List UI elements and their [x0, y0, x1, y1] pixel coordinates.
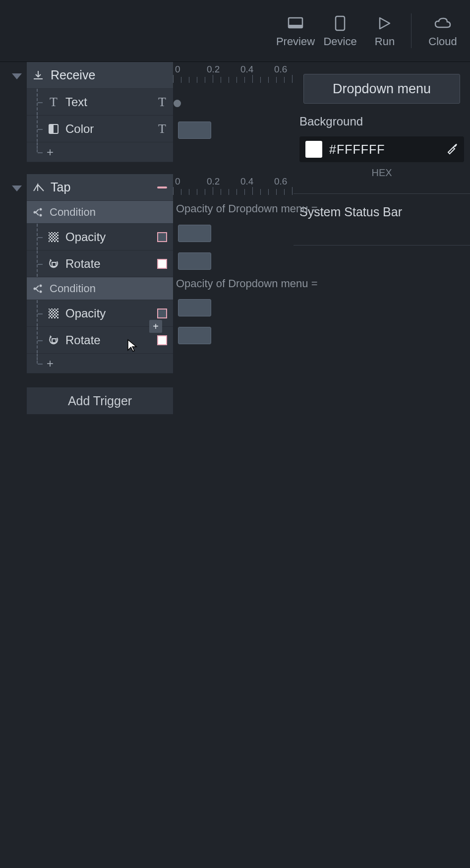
svg-point-15	[40, 290, 42, 293]
inspector-panel: Dropdown menu Background #FFFFFF HEX Sys…	[294, 62, 470, 868]
background-color-field[interactable]: #FFFFFF	[299, 136, 464, 162]
section-header-receive[interactable]: Receive	[27, 62, 173, 89]
svg-rect-16	[49, 309, 59, 318]
inspector-divider	[294, 245, 470, 246]
opacity-icon	[47, 308, 60, 319]
tick-label: 0.2	[207, 176, 220, 187]
device-button[interactable]: Device	[318, 13, 362, 48]
insert-row-button[interactable]: +	[149, 320, 162, 333]
tick-label: 0.4	[240, 64, 253, 75]
row-label: Opacity	[65, 307, 156, 320]
tick-label: 0.6	[274, 64, 287, 75]
keyframe-block[interactable]	[178, 252, 211, 270]
text-icon: T	[47, 95, 60, 110]
keyframe-tag	[156, 334, 168, 346]
section-header-tap[interactable]: Tap	[27, 174, 173, 201]
condition-text: Opacity of Dropdown menu =	[176, 202, 318, 215]
rotate-icon	[47, 258, 60, 269]
receive-icon	[33, 70, 46, 81]
svg-marker-3	[380, 18, 390, 29]
tap-tag	[157, 186, 167, 188]
svg-rect-11	[49, 232, 59, 242]
add-trigger-button[interactable]: Add Trigger	[27, 387, 173, 414]
keyframe-block[interactable]	[178, 122, 211, 139]
keyframe-dot[interactable]	[174, 100, 181, 107]
section-title: Receive	[51, 68, 95, 82]
play-icon	[379, 13, 391, 33]
timeline-ruler-receive[interactable]: 0 0.2 0.4 0.6	[173, 62, 294, 89]
svg-rect-12	[52, 262, 56, 266]
inspector-title[interactable]: Dropdown menu	[303, 74, 460, 104]
background-label: Background	[299, 115, 470, 128]
row-label: Rotate	[65, 257, 156, 271]
tick-label: 0	[175, 64, 180, 75]
svg-point-7	[40, 208, 42, 210]
rotate-icon	[47, 335, 60, 346]
plus-icon: +	[47, 145, 54, 159]
row-color[interactable]: Color T	[27, 116, 173, 142]
row-add-tap[interactable]: +	[27, 354, 173, 373]
row-rotate-2[interactable]: Rotate +	[27, 327, 173, 354]
run-button[interactable]: Run	[362, 13, 407, 48]
condition-row-1[interactable]: Condition	[27, 201, 173, 224]
keyframe-tag	[156, 258, 168, 270]
row-rotate-1[interactable]: Rotate	[27, 250, 173, 277]
svg-point-8	[40, 214, 42, 216]
run-label: Run	[375, 35, 395, 48]
svg-rect-1	[289, 25, 302, 28]
row-text[interactable]: T Text T	[27, 89, 173, 116]
preview-label: Preview	[276, 35, 315, 48]
svg-rect-5	[49, 124, 54, 133]
hex-caption: HEX	[294, 167, 470, 179]
color-icon	[47, 124, 60, 134]
keyframe-block[interactable]	[178, 225, 211, 242]
condition-icon	[33, 207, 45, 217]
tap-icon	[33, 182, 46, 193]
condition-row-2[interactable]: Condition	[27, 277, 173, 300]
row-opacity-1[interactable]: Opacity	[27, 224, 173, 250]
top-toolbar: Preview Device Run Cloud	[0, 0, 470, 62]
triggers-panel: Receive T Text T Color T +	[27, 62, 173, 868]
condition-label: Condition	[50, 282, 96, 295]
row-label: Opacity	[65, 230, 156, 244]
eyedropper-icon[interactable]	[446, 142, 458, 156]
condition-label: Condition	[50, 206, 96, 219]
color-hex-value: #FFFFFF	[329, 142, 446, 157]
system-status-bar-row[interactable]: System Status Bar	[294, 194, 470, 230]
condition-text: Opacity of Dropdown menu =	[176, 277, 318, 290]
row-label: Text	[65, 95, 156, 109]
condition-icon	[33, 284, 45, 294]
inspector-title-label: Dropdown menu	[333, 81, 431, 97]
tick-label: 0	[175, 176, 180, 187]
collapse-toggle-receive[interactable]	[12, 73, 22, 79]
color-swatch	[305, 141, 322, 158]
preview-icon	[288, 13, 303, 33]
collapse-toggle-tap[interactable]	[12, 186, 22, 191]
section-title: Tap	[51, 180, 157, 194]
row-label: Rotate	[65, 333, 156, 347]
device-icon	[335, 13, 345, 33]
add-trigger-label: Add Trigger	[68, 394, 132, 408]
keyframe-tag	[156, 231, 168, 243]
preview-button[interactable]: Preview	[273, 13, 318, 48]
cloud-button[interactable]: Cloud	[420, 13, 465, 48]
svg-rect-17	[52, 339, 56, 343]
tick-label: 0.6	[274, 176, 287, 187]
svg-point-13	[34, 287, 36, 290]
plus-icon: +	[47, 357, 54, 371]
keyframe-block[interactable]	[178, 327, 211, 344]
svg-point-6	[34, 211, 36, 213]
type-indicator-text: T	[156, 96, 168, 108]
timeline-ruler-tap[interactable]: 0 0.2 0.4 0.6	[173, 174, 294, 201]
device-label: Device	[323, 35, 356, 48]
svg-rect-2	[336, 16, 345, 30]
toolbar-divider	[411, 13, 411, 48]
timeline-panel: 0 0.2 0.4 0.6 0 0.2 0.4 0.6 Opacity of D…	[173, 62, 294, 868]
row-add-receive[interactable]: +	[27, 142, 173, 162]
row-label: Color	[65, 122, 156, 136]
cloud-label: Cloud	[428, 35, 457, 48]
tick-label: 0.2	[207, 64, 220, 75]
keyframe-block[interactable]	[178, 299, 211, 316]
section-tap: Tap Condition Opacity	[27, 174, 173, 373]
section-receive: Receive T Text T Color T +	[27, 62, 173, 162]
